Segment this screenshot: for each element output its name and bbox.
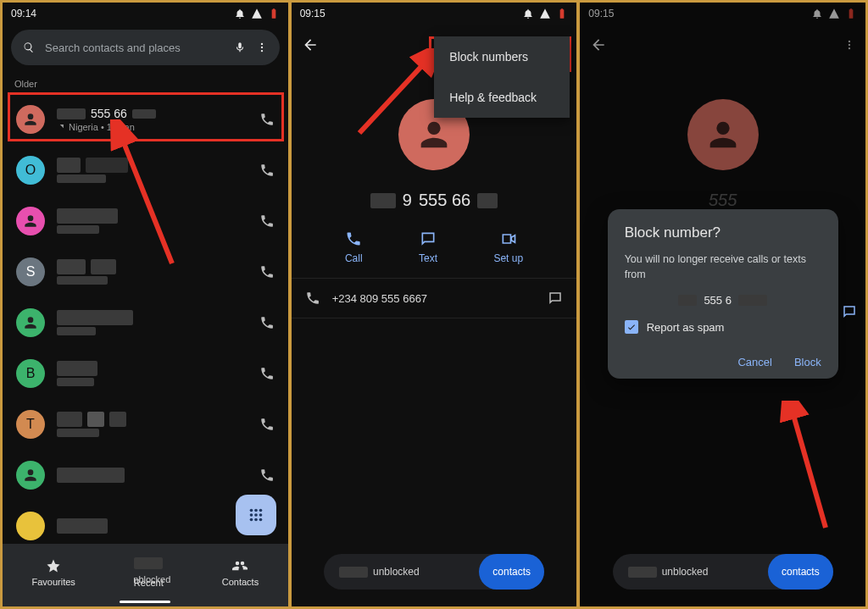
cancel-button[interactable]: Cancel xyxy=(737,356,771,368)
redaction xyxy=(132,109,156,119)
dialog-number: 555 6 xyxy=(625,294,821,307)
contact-title: 9 555 66 xyxy=(292,191,577,210)
search-placeholder: Search contacts and places xyxy=(45,42,181,54)
overflow-menu: Block numbers Help & feedback xyxy=(434,36,570,118)
svg-point-1 xyxy=(261,47,263,48)
video-icon xyxy=(500,230,517,247)
call-row[interactable]: T xyxy=(3,399,288,450)
avatar-letter: O xyxy=(16,156,45,185)
report-spam-row[interactable]: Report as spam xyxy=(625,320,821,334)
svg-point-9 xyxy=(249,518,253,522)
more-icon[interactable] xyxy=(256,42,268,53)
avatar-icon xyxy=(16,308,45,337)
dialog-buttons: Cancel Block xyxy=(625,356,821,368)
action-setup[interactable]: Set up xyxy=(493,230,523,264)
call-row-text: 555 66 Nigeria • 16 Jan xyxy=(57,107,248,132)
dialpad-fab[interactable] xyxy=(236,495,276,535)
report-spam-label: Report as spam xyxy=(647,321,725,334)
dnd-off-icon xyxy=(234,8,246,19)
call-row-first[interactable]: 555 66 Nigeria • 16 Jan xyxy=(3,94,288,145)
back-icon[interactable] xyxy=(302,36,319,53)
phone-icon xyxy=(305,291,320,306)
phone-icon xyxy=(345,230,362,247)
nav-favourites[interactable]: Favourites xyxy=(32,558,75,587)
status-icons xyxy=(522,8,568,19)
dnd-off-icon xyxy=(522,8,534,19)
phone-icon[interactable] xyxy=(259,112,275,127)
svg-point-8 xyxy=(259,513,262,517)
phone-icon[interactable] xyxy=(259,163,275,178)
call-row[interactable]: B xyxy=(3,348,288,399)
svg-point-7 xyxy=(254,513,258,517)
status-time: 09:14 xyxy=(11,8,36,19)
signal-icon xyxy=(251,8,263,19)
snackbar-action[interactable]: contacts xyxy=(768,554,833,590)
svg-point-6 xyxy=(249,513,253,517)
checkbox-checked-icon[interactable] xyxy=(625,320,638,334)
number-entry[interactable]: +234 809 555 6667 xyxy=(292,278,577,318)
phone-icon[interactable] xyxy=(259,315,275,330)
phone-icon[interactable] xyxy=(259,468,275,483)
snackbar-text: unblocked xyxy=(373,566,420,578)
redaction xyxy=(339,567,368,578)
contact-actions: Call Text Set up xyxy=(292,224,577,278)
battery-low-icon xyxy=(556,8,568,19)
svg-point-4 xyxy=(254,509,258,512)
svg-point-5 xyxy=(259,509,262,512)
outgoing-icon xyxy=(57,123,65,131)
full-number: +234 809 555 6667 xyxy=(332,292,427,305)
call-row[interactable]: O xyxy=(3,145,288,196)
redaction xyxy=(134,557,163,569)
phone-icon[interactable] xyxy=(259,213,275,229)
action-call[interactable]: Call xyxy=(345,230,363,264)
star-icon xyxy=(46,558,61,573)
gesture-bar xyxy=(120,601,170,603)
redaction xyxy=(628,567,657,578)
nav-contacts[interactable]: Contacts xyxy=(222,558,259,587)
snackbar-text: unblocked xyxy=(662,566,709,578)
call-row[interactable] xyxy=(3,297,288,348)
contacts-icon xyxy=(232,558,248,573)
avatar-icon xyxy=(16,207,45,235)
avatar-icon xyxy=(16,105,45,134)
search-icon xyxy=(23,42,35,53)
panel-recents: 09:14 Search contacts and places Older 5… xyxy=(2,2,289,607)
call-row[interactable] xyxy=(3,196,288,246)
svg-point-10 xyxy=(254,518,258,522)
avatar-icon xyxy=(16,461,45,490)
call-row[interactable] xyxy=(3,450,288,501)
signal-icon xyxy=(539,8,551,19)
snackbar: unblocked contacts xyxy=(613,554,833,590)
snackbar-action[interactable]: contacts xyxy=(479,554,544,590)
mic-icon[interactable] xyxy=(234,42,246,53)
avatar-letter: T xyxy=(16,410,45,439)
bottom-nav: Favourites nblocked Recent Contacts xyxy=(3,544,288,606)
status-bar: 09:14 xyxy=(3,3,288,25)
redaction xyxy=(370,193,396,208)
block-button[interactable]: Block xyxy=(794,356,821,368)
call-row[interactable]: S xyxy=(3,246,288,297)
action-text[interactable]: Text xyxy=(419,230,437,264)
phone-icon[interactable] xyxy=(259,264,275,280)
redaction xyxy=(738,295,767,306)
redaction xyxy=(477,193,498,208)
svg-point-0 xyxy=(261,43,263,45)
panel-block-dialog: 09:15 555 Block number? You will no long… xyxy=(579,2,866,607)
phone-icon[interactable] xyxy=(259,366,275,381)
phone-icon[interactable] xyxy=(259,417,275,432)
status-time: 09:15 xyxy=(300,8,326,19)
message-icon[interactable] xyxy=(548,291,563,306)
snackbar: unblocked contacts xyxy=(324,554,544,590)
nav-recent[interactable]: nblocked Recent xyxy=(134,557,164,588)
avatar-letter xyxy=(16,512,45,540)
section-older: Older xyxy=(14,79,276,89)
dialog-body: You will no longer receive calls or text… xyxy=(625,252,821,282)
svg-point-2 xyxy=(261,50,263,52)
status-icons xyxy=(234,8,280,19)
dialog-title: Block number? xyxy=(625,224,821,241)
panel-contact-menu: 09:15 9 555 66 Call Text Set up +234 809… xyxy=(291,2,578,607)
search-bar[interactable]: Search contacts and places xyxy=(11,30,280,65)
redaction xyxy=(57,108,86,119)
menu-help-feedback[interactable]: Help & feedback xyxy=(434,77,570,118)
menu-block-numbers[interactable]: Block numbers xyxy=(434,36,570,77)
